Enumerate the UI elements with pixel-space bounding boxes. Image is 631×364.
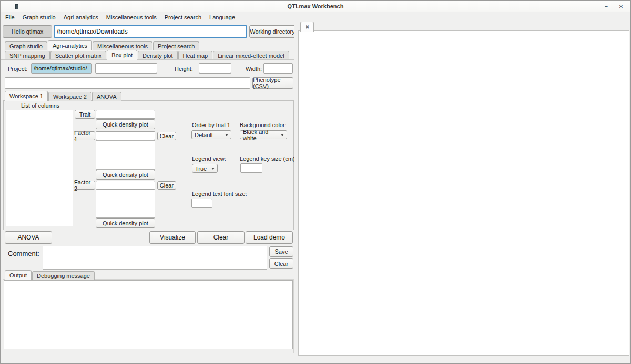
comment-save-button[interactable]: Save <box>269 246 293 257</box>
factor1-input[interactable] <box>96 131 155 140</box>
output-frame <box>3 279 294 353</box>
right-panel-tab[interactable]: ✖ <box>300 22 314 32</box>
load-demo-button[interactable]: Load demo <box>246 231 293 244</box>
tab-miscellaneous-tools[interactable]: Miscellaneous tools <box>93 41 152 50</box>
menu-miscellaneous-tools[interactable]: Miscellaneous tools <box>106 14 157 20</box>
tab-anova[interactable]: ANOVA <box>92 92 121 101</box>
menubar: File Graph studio Agri-analytics Miscell… <box>1 13 630 22</box>
columns-listbox[interactable] <box>6 110 73 226</box>
background-color-value: Black and white <box>243 129 278 141</box>
comment-label: Comment: <box>8 249 39 257</box>
clear-button[interactable]: Clear <box>197 231 245 244</box>
legend-key-size-label: Legend key size (cm): <box>240 155 297 162</box>
phenotype-csv-button[interactable]: Phenotype (CSV) <box>252 77 293 89</box>
tab-workspace-2[interactable]: Workspace 2 <box>48 92 91 101</box>
anova-button[interactable]: ANOVA <box>5 231 52 244</box>
tab-scatter-plot-matrix[interactable]: Scatter plot matrix <box>50 51 107 60</box>
factor2-input[interactable] <box>96 181 155 190</box>
tab-graph-studio[interactable]: Graph studio <box>5 41 47 50</box>
output-tab-bar: Output Debugging message <box>5 270 95 280</box>
hello-button[interactable]: Hello qtlmax <box>3 25 52 38</box>
legend-view-label: Legend view: <box>192 155 226 162</box>
minimize-button[interactable]: – <box>602 2 611 11</box>
chevron-down-icon <box>281 134 284 136</box>
comment-clear-button[interactable]: Clear <box>269 258 293 269</box>
close-tab-icon[interactable]: ✖ <box>305 24 309 30</box>
tab-output[interactable]: Output <box>5 270 32 280</box>
tab-heat-map[interactable]: Heat map <box>178 51 213 60</box>
factor2-listbox[interactable] <box>96 190 155 218</box>
tab-workspace-1[interactable]: Workspace 1 <box>5 91 48 101</box>
tab-linear-mixed-effect-model[interactable]: Linear mixed-effect model <box>213 51 289 60</box>
order-by-trial-label: Order by trial 1 <box>192 122 230 128</box>
main-tabs-baseline <box>1 50 294 50</box>
panel-sash[interactable] <box>294 22 298 356</box>
main-tab-bar: Graph studio Agri-analytics Miscellaneou… <box>5 40 200 50</box>
tab-project-search[interactable]: Project search <box>153 41 199 50</box>
menu-language[interactable]: Language <box>209 14 235 20</box>
factor1-quick-density-plot-button[interactable]: Quick density plot <box>96 170 155 180</box>
chevron-down-icon <box>211 168 215 170</box>
chevron-down-icon <box>225 134 228 136</box>
tab-snp-mapping[interactable]: SNP mapping <box>5 51 50 60</box>
workspace-tab-bar: Workspace 1 Workspace 2 ANOVA <box>5 91 122 101</box>
factor2-quick-density-plot-button[interactable]: Quick density plot <box>96 218 155 228</box>
legend-font-size-input[interactable] <box>191 199 212 208</box>
width-label: Width: <box>246 66 262 72</box>
order-by-trial-combobox[interactable]: Default <box>191 130 231 139</box>
visualize-button[interactable]: Visualize <box>149 231 196 244</box>
output-textarea[interactable] <box>4 280 293 349</box>
analytics-tab-bar: SNP mapping Scatter plot matrix Box plot… <box>5 50 290 60</box>
background-color-combobox[interactable]: Black and white <box>240 130 287 139</box>
tab-density-plot[interactable]: Density plot <box>138 51 177 60</box>
background-color-label: Background color: <box>240 122 287 128</box>
working-directory-button[interactable]: Working directory <box>249 25 296 38</box>
trait-quick-density-plot-button[interactable]: Quick density plot <box>96 119 155 129</box>
working-directory-input[interactable] <box>54 25 247 38</box>
factor1-button[interactable]: Factor 1 <box>74 131 95 140</box>
tab-agri-analytics[interactable]: Agri-analytics <box>48 40 92 50</box>
list-of-columns-label: List of columns <box>21 102 59 109</box>
legend-key-size-input[interactable] <box>240 163 262 173</box>
project-name-input[interactable] <box>95 63 157 74</box>
menu-project-search[interactable]: Project search <box>165 14 201 20</box>
legend-view-value: True <box>195 165 209 172</box>
factor1-clear-button[interactable]: Clear <box>157 132 176 140</box>
trait-input[interactable] <box>96 110 155 119</box>
legend-view-combobox[interactable]: True <box>192 164 218 173</box>
trait-button[interactable]: Trait <box>75 110 95 119</box>
phenotype-file-input[interactable] <box>5 77 250 89</box>
project-label: Project: <box>8 66 27 72</box>
close-button[interactable]: ✕ <box>616 2 626 11</box>
comment-textarea[interactable] <box>43 246 267 270</box>
height-input[interactable] <box>199 63 231 74</box>
sub-tabs-baseline <box>1 59 294 60</box>
factor2-button[interactable]: Factor 2 <box>74 181 95 190</box>
menu-file[interactable]: File <box>5 14 15 20</box>
factor1-listbox[interactable] <box>96 140 155 170</box>
height-label: Height: <box>175 66 193 72</box>
qtlmax-workbench-window: QTLmax Workbench – ✕ File Graph studio A… <box>0 0 631 364</box>
app-icon <box>15 4 18 9</box>
titlebar: QTLmax Workbench – ✕ <box>1 1 630 12</box>
factor2-clear-button[interactable]: Clear <box>157 181 176 190</box>
width-input[interactable] <box>263 63 293 74</box>
window-title: QTLmax Workbench <box>1 3 630 9</box>
right-panel-content <box>298 30 629 356</box>
project-path-input[interactable] <box>31 63 92 74</box>
order-by-trial-value: Default <box>195 132 222 138</box>
right-panel-tab-bar: ✖ <box>300 22 314 32</box>
tab-box-plot[interactable]: Box plot <box>107 50 137 60</box>
menu-agri-analytics[interactable]: Agri-analytics <box>64 14 98 20</box>
legend-font-size-label: Legend text font size: <box>192 191 247 197</box>
workspace-frame: List of columns Trait Quick density plot… <box>3 100 294 230</box>
tab-debugging-message[interactable]: Debugging message <box>32 271 95 280</box>
menu-graph-studio[interactable]: Graph studio <box>23 14 56 20</box>
